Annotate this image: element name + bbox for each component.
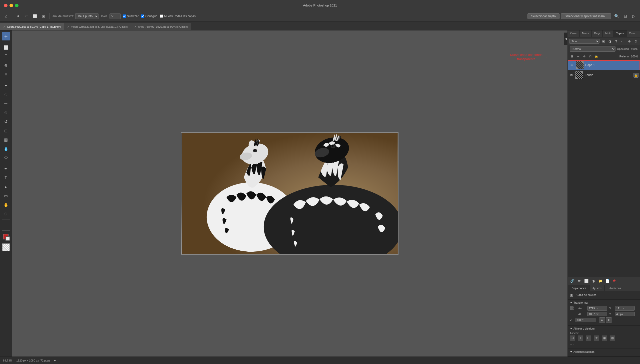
eraser-tool[interactable]: ◻ bbox=[2, 126, 10, 135]
y-input[interactable] bbox=[615, 312, 635, 316]
select-subject-button[interactable]: Seleccionar sujeto bbox=[528, 13, 559, 19]
add-mask-button[interactable]: ⬜ bbox=[583, 278, 589, 284]
filter-shape-icon[interactable]: ▭ bbox=[620, 38, 625, 44]
doc-tab-cebra[interactable]: ✕ Cebra PNG.psd al 89,7% (Capa 1, RGB/8#… bbox=[0, 23, 64, 30]
pen-tool[interactable]: ✒ bbox=[2, 164, 10, 173]
eyedropper-tool[interactable]: ✦ bbox=[2, 82, 10, 90]
clone-stamp-tool[interactable]: ⊕ bbox=[2, 108, 10, 117]
align-right-button[interactable]: ⊢ bbox=[586, 336, 591, 341]
tab-cana[interactable]: Cana bbox=[626, 30, 638, 37]
panel-toggle-icon[interactable]: ▷ bbox=[629, 12, 638, 20]
filter-pixel-icon[interactable]: ▣ bbox=[600, 38, 606, 44]
angle-input[interactable] bbox=[575, 318, 595, 322]
an-input[interactable] bbox=[587, 306, 607, 310]
foreground-background-color[interactable] bbox=[2, 233, 10, 241]
transform-header[interactable]: ▼ Transformar bbox=[570, 301, 638, 304]
capa1-eye-icon[interactable]: 👁 bbox=[570, 63, 574, 68]
effects-button[interactable]: fx bbox=[576, 278, 582, 284]
all-layers-checkbox[interactable] bbox=[160, 14, 163, 18]
filter-adjustment-icon[interactable]: ◑ bbox=[607, 38, 612, 44]
lock-transparent-icon[interactable]: ⊞ bbox=[570, 54, 575, 59]
layer-row-capa1[interactable]: 👁 Capa 1 bbox=[568, 60, 640, 70]
panel-collapse-toggle[interactable]: ◀ bbox=[564, 32, 567, 45]
align-header[interactable]: ▼ Alinear y distribuir bbox=[570, 327, 638, 330]
doc-tab-moon[interactable]: ✕ moon-2285627.jpg al 87,2% (Capa 1, RGB… bbox=[64, 23, 131, 30]
dodge-tool[interactable]: ⬭ bbox=[2, 153, 10, 162]
ellipse-marquee-icon[interactable]: ⬜ bbox=[31, 12, 39, 20]
tolerance-input[interactable] bbox=[109, 14, 121, 19]
more-tools[interactable]: ··· bbox=[2, 221, 10, 229]
rect-marquee-icon[interactable]: ▭ bbox=[22, 12, 31, 20]
al-input[interactable] bbox=[587, 312, 607, 316]
move-tool[interactable]: ✛ bbox=[2, 32, 10, 40]
props-tab-bibliotecas[interactable]: Bibliotecas bbox=[605, 285, 624, 291]
contiguous-checkbox[interactable] bbox=[141, 14, 144, 18]
lock-move-icon[interactable]: ✛ bbox=[582, 54, 587, 59]
delete-layer-button[interactable]: 🗑 bbox=[611, 278, 617, 284]
sample-size-select[interactable]: De 1 punto bbox=[75, 13, 99, 19]
link-layers-button[interactable]: 🔗 bbox=[569, 278, 575, 284]
new-layer-button[interactable]: 📄 bbox=[604, 278, 610, 284]
more-options-button[interactable]: ··· bbox=[570, 342, 574, 346]
quick-actions-header[interactable]: ▼ Acciones rápidas bbox=[570, 350, 638, 353]
x-input[interactable] bbox=[615, 306, 635, 310]
layers-filter-select[interactable]: Tipo bbox=[569, 39, 599, 44]
rectangle-tool[interactable]: ▭ bbox=[2, 192, 10, 200]
props-tab-ajustes[interactable]: Ajustes bbox=[589, 285, 605, 291]
zoom-tool[interactable]: ⊕ bbox=[2, 210, 10, 218]
path-selection-tool[interactable]: ▸ bbox=[2, 182, 10, 191]
tab-degr[interactable]: Degr bbox=[591, 30, 603, 37]
tab-mues[interactable]: Mues bbox=[579, 30, 591, 37]
align-bottom-button[interactable]: ⊟ bbox=[610, 336, 615, 341]
search-icon[interactable]: 🔍 bbox=[612, 12, 621, 20]
hand-tool[interactable]: ✋ bbox=[2, 200, 10, 209]
minimize-button[interactable] bbox=[10, 4, 13, 7]
blur-tool[interactable]: 💧 bbox=[2, 144, 10, 153]
lock-paint-icon[interactable]: ✏ bbox=[576, 54, 581, 59]
tab-traza[interactable]: Traza bbox=[638, 30, 640, 37]
brush-tool[interactable]: ✏ bbox=[2, 99, 10, 108]
tab-color[interactable]: Color bbox=[568, 30, 579, 37]
background-color[interactable] bbox=[6, 236, 10, 241]
home-icon[interactable]: ⌂ bbox=[2, 12, 11, 20]
align-center-h-button[interactable]: ⊞ bbox=[602, 336, 607, 341]
doc-tab-moon-close[interactable]: ✕ bbox=[67, 25, 70, 28]
blend-mode-select[interactable]: Normal bbox=[570, 46, 615, 52]
align-left-button[interactable]: ⊣ bbox=[570, 336, 575, 341]
smooth-checkbox[interactable] bbox=[123, 14, 126, 18]
history-brush-tool[interactable]: ↺ bbox=[2, 117, 10, 126]
props-tab-propiedades[interactable]: Propiedades bbox=[568, 285, 589, 291]
lasso-tool[interactable]: ⌒ bbox=[2, 52, 10, 61]
align-top-button[interactable]: ⊤ bbox=[594, 336, 599, 341]
align-center-v-button[interactable]: ⊥ bbox=[578, 336, 583, 341]
arrow-expand[interactable]: ▶ bbox=[54, 359, 56, 362]
magic-wand-icon[interactable]: ✦ bbox=[14, 12, 22, 20]
adjustment-button[interactable]: ◑ bbox=[590, 278, 596, 284]
quick-selection-tool[interactable]: ⊕ bbox=[2, 61, 10, 70]
maximize-button[interactable] bbox=[15, 4, 19, 7]
marquee-tool[interactable]: ⬜ bbox=[2, 43, 10, 52]
flip-horizontal-button[interactable]: ⇔ bbox=[599, 317, 605, 323]
close-button[interactable] bbox=[4, 4, 8, 7]
filter-toggle[interactable]: ⊙ bbox=[633, 38, 638, 44]
filter-type-icon[interactable]: T bbox=[613, 38, 619, 44]
fondo-lock-icon[interactable]: 🔒 bbox=[633, 73, 638, 78]
doc-tab-cebra-close[interactable]: ✕ bbox=[3, 25, 6, 28]
fondo-eye-icon[interactable]: 👁 bbox=[569, 73, 574, 78]
flip-vertical-button[interactable]: ⇕ bbox=[606, 317, 611, 323]
layer-row-fondo[interactable]: 👁 Fondo 🔒 bbox=[568, 70, 640, 80]
tab-capas[interactable]: Capas bbox=[613, 30, 626, 37]
doc-tab-shop[interactable]: ✕ shop-768499_1920.jpg al 92% (RGB/8#) bbox=[131, 23, 191, 30]
arrange-icon[interactable]: ⊟ bbox=[621, 12, 629, 20]
spot-healing-tool[interactable]: ⊙ bbox=[2, 90, 10, 99]
lock-artboard-icon[interactable]: ⊓ bbox=[588, 54, 593, 59]
crop-tool[interactable]: ⌗ bbox=[2, 70, 10, 79]
group-button[interactable]: 📁 bbox=[597, 278, 603, 284]
doc-tab-shop-close[interactable]: ✕ bbox=[134, 25, 137, 28]
tab-moti[interactable]: Moti bbox=[603, 30, 613, 37]
select-mask-button[interactable]: Seleccionar y aplicar máscara... bbox=[561, 13, 611, 19]
filter-smart-icon[interactable]: ⊕ bbox=[626, 38, 632, 44]
gradient-tool[interactable]: ▦ bbox=[2, 135, 10, 144]
type-tool[interactable]: T bbox=[2, 174, 10, 182]
lock-all-icon[interactable]: 🔒 bbox=[594, 54, 599, 59]
